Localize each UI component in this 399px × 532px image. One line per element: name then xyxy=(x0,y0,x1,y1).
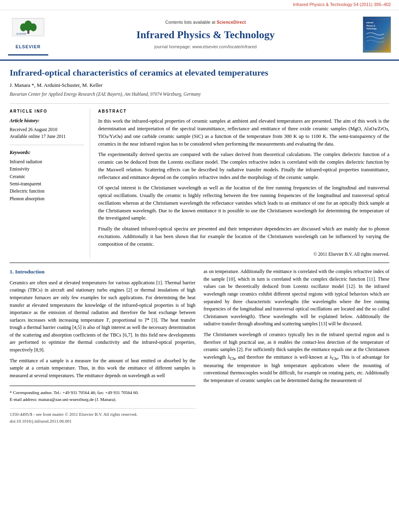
footnote-corresponding: * Corresponding author. Tel.: +49 931 70… xyxy=(10,389,195,396)
keyword-5: Dielectric function xyxy=(10,187,84,195)
main-divider xyxy=(10,263,389,263)
intro-title: Introduction xyxy=(15,269,45,275)
intro-heading: 1. Introduction xyxy=(10,268,195,276)
keyword-3: Ceramic xyxy=(10,173,84,180)
footer-issn: 1350-4495/$ - see front matter © 2011 El… xyxy=(10,411,195,418)
intro-para-1: Ceramics are often used at elevated temp… xyxy=(10,279,195,354)
journal-center: Contents lists available at ScienceDirec… xyxy=(55,19,356,51)
article-info-label: Article Info xyxy=(10,109,84,115)
journal-citation: Infrared Physics & Technology 54 (2011) … xyxy=(0,0,399,10)
svg-text:ELSEVIER: ELSEVIER xyxy=(16,33,27,35)
journal-header: ELSEVIER ELSEVIER Contents lists availab… xyxy=(0,10,399,61)
available-date: Available online 17 June 2011 xyxy=(10,133,84,140)
article-container: Infrared-optical characteristics of cera… xyxy=(0,61,399,431)
article-info-abstract: Article Info Article history: Received 2… xyxy=(10,109,389,258)
body-right-column: as on temperature. Additionally the emit… xyxy=(204,268,389,424)
affiliation: Bavarian Center for Applied Energy Resea… xyxy=(10,91,389,98)
abstract-column: Abstract In this work the infrared-optic… xyxy=(98,109,389,258)
elsevier-logo-block: ELSEVIER ELSEVIER xyxy=(8,14,48,55)
svg-point-3 xyxy=(20,23,27,31)
right-para-2: The Christiansen wavelength of ceramics … xyxy=(204,331,389,384)
abstract-label: Abstract xyxy=(98,109,389,115)
article-title: Infrared-optical characteristics of cera… xyxy=(10,67,389,79)
sd-prefix: Contents lists available at xyxy=(165,20,217,25)
keywords-label: Keywords: xyxy=(10,149,84,156)
right-para-1: as on temperature. Additionally the emit… xyxy=(204,268,389,328)
received-date: Received 26 August 2010 xyxy=(10,126,84,133)
sciencedirect-line: Contents lists available at ScienceDirec… xyxy=(55,19,356,26)
svg-text:Infrared: Infrared xyxy=(366,22,373,24)
history-label: Article history: xyxy=(10,117,84,124)
abstract-para-3: Of special interest is the Christiansen … xyxy=(98,184,389,222)
abstract-para-4: Finally the obtained infrared-optical sp… xyxy=(98,225,389,248)
authors: J. Manara *, M. Arduini-Schuster, M. Kel… xyxy=(10,82,389,89)
keyword-1: Infrared radiation xyxy=(10,158,84,165)
body-left-column: 1. Introduction Ceramics are often used … xyxy=(10,268,195,424)
svg-text:Technology: Technology xyxy=(366,28,377,30)
elsevier-logo-img: ELSEVIER xyxy=(12,18,44,36)
footer-bar: 1350-4495/$ - see front matter © 2011 El… xyxy=(10,408,195,424)
svg-point-4 xyxy=(30,23,37,31)
info-divider xyxy=(10,145,84,145)
body-columns: 1. Introduction Ceramics are often used … xyxy=(10,268,389,424)
svg-text:Physics &: Physics & xyxy=(366,25,376,27)
author-names: J. Manara *, M. Arduini-Schuster, M. Kel… xyxy=(10,82,103,88)
abstract-para-1: In this work the infrared-optical proper… xyxy=(98,117,389,148)
keyword-2: Emissivity xyxy=(10,165,84,173)
article-history: Article history: Received 26 August 2010… xyxy=(10,117,84,140)
keywords-section: Keywords: Infrared radiation Emissivity … xyxy=(10,149,84,202)
keyword-4: Semi-transparent xyxy=(10,180,84,187)
article-info-column: Article Info Article history: Received 2… xyxy=(10,109,90,258)
footer-doi: doi:10.1016/j.infrared.2011.06.001 xyxy=(10,418,195,425)
divider-1 xyxy=(10,103,389,104)
intro-number: 1. xyxy=(10,269,14,275)
journal-cover-image: Infrared Physics & Technology xyxy=(363,16,391,53)
journal-url: journal homepage: www.elsevier.com/locat… xyxy=(55,44,356,50)
intro-para-2: The emittance of a sample is a measure f… xyxy=(10,357,195,380)
journal-title: Infrared Physics & Technology xyxy=(55,27,356,43)
keywords-list: Infrared radiation Emissivity Ceramic Se… xyxy=(10,158,84,202)
elsevier-label: ELSEVIER xyxy=(16,44,41,50)
footnote-email: E-mail address: manara@zae.uni-wuerzburg… xyxy=(10,396,195,403)
citation-text: Infrared Physics & Technology 54 (2011) … xyxy=(293,2,391,7)
keyword-6: Phonon absorption xyxy=(10,195,84,202)
abstract-para-2: The experimentally derived spectra are c… xyxy=(98,151,389,181)
abstract-text: In this work the infrared-optical proper… xyxy=(98,117,389,258)
footnote-section: * Corresponding author. Tel.: +49 931 70… xyxy=(10,386,195,403)
sciencedirect-link[interactable]: ScienceDirect xyxy=(217,20,246,25)
copyright: © 2011 Elsevier B.V. All rights reserved… xyxy=(98,251,389,258)
